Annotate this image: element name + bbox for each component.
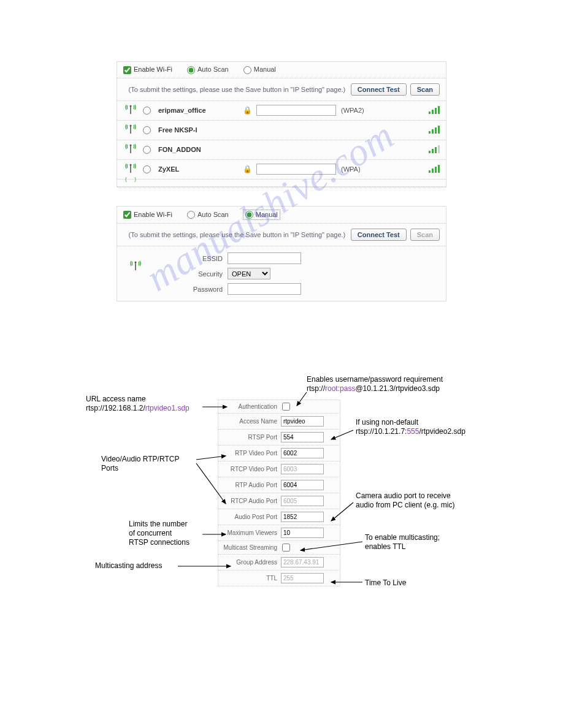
- svg-rect-23: [438, 165, 440, 173]
- anno-text: enables TTL: [365, 542, 440, 552]
- rtsp-section: Authentication Access Name RTSP Port RTP…: [0, 351, 563, 669]
- mode-manual-radio[interactable]: Manual: [243, 210, 280, 220]
- multicast-checkbox[interactable]: [282, 544, 290, 552]
- wifi-antenna-icon: [123, 162, 138, 176]
- svg-rect-10: [435, 127, 437, 134]
- anno-text: rtsp://192.168.1.2/: [86, 404, 145, 412]
- multicast-label: Multicast Streaming: [222, 544, 281, 551]
- svg-rect-20: [429, 170, 431, 173]
- anno-audio-port: Camera audio port to receive audio from …: [356, 491, 454, 510]
- svg-rect-22: [435, 167, 437, 173]
- anno-enable-userpass: Enables username/password requirement rt…: [307, 375, 443, 393]
- svg-rect-2: [429, 112, 431, 114]
- max-viewers-label: Maximum Viewers: [222, 529, 281, 536]
- mode-manual-radio[interactable]: Manual: [243, 66, 276, 74]
- wifi-row[interactable]: Free NKSP-I: [117, 121, 446, 140]
- rtcp-audio-input[interactable]: [281, 496, 324, 506]
- wifi-auto-panel: Enable Wi-Fi Auto Scan Manual (To submit…: [117, 61, 446, 188]
- svg-rect-21: [432, 169, 434, 173]
- wifi-ssid-label: ZyXEL: [158, 165, 238, 173]
- rtp-video-input[interactable]: [281, 448, 324, 458]
- signal-bars-icon: [429, 105, 440, 115]
- anno-text: Ports: [101, 464, 179, 473]
- max-viewers-input[interactable]: [281, 528, 324, 538]
- mode-manual-label: Manual: [256, 211, 278, 218]
- anno-text: @10.1.21.3/rtpvideo3.sdp: [355, 384, 440, 393]
- connect-test-button[interactable]: Connect Test: [351, 83, 407, 96]
- rtcp-video-input[interactable]: [281, 464, 324, 474]
- anno-text: rtsp://: [307, 384, 325, 393]
- anno-text: Camera audio port to receive: [356, 491, 454, 501]
- rtcp-video-label: RTCP Video Port: [222, 466, 281, 472]
- wifi-select-radio[interactable]: [143, 126, 151, 134]
- audio-post-input[interactable]: [281, 512, 324, 522]
- wifi-enc-label: (WPA): [341, 165, 361, 173]
- lock-icon: 🔒: [243, 106, 251, 115]
- access-name-input[interactable]: [281, 416, 324, 427]
- svg-point-13: [129, 144, 131, 146]
- wifi-auto-toprow: Enable Wi-Fi Auto Scan Manual: [117, 62, 446, 78]
- wifi-row[interactable]: FON_ADDON: [117, 140, 446, 160]
- anno-text: RTSP connections: [129, 538, 190, 547]
- anno-ports: Video/Audio RTP/RTCP Ports: [101, 455, 179, 473]
- enable-wifi-check[interactable]: Enable Wi-Fi: [123, 66, 172, 74]
- scan-button[interactable]: Scan: [410, 83, 440, 96]
- svg-rect-17: [438, 145, 440, 153]
- mode-auto-label: Auto Scan: [197, 66, 229, 73]
- password-label: Password: [167, 286, 223, 293]
- anno-limits: Limits the number of concurrent RTSP con…: [129, 520, 190, 547]
- security-select[interactable]: OPEN: [228, 268, 270, 279]
- wifi-ssid-label: Free NKSP-I: [158, 126, 238, 134]
- svg-point-7: [129, 124, 131, 126]
- auth-label: Authentication: [222, 403, 281, 410]
- essid-label: ESSID: [167, 255, 223, 262]
- ttl-label: TTL: [222, 575, 281, 582]
- wifi-manual-toprow: Enable Wi-Fi Auto Scan Manual: [117, 207, 446, 224]
- wifi-row[interactable]: eripmav_office 🔒 (WPA2): [117, 101, 446, 121]
- auth-checkbox[interactable]: [282, 403, 290, 411]
- password-input[interactable]: [228, 283, 301, 295]
- svg-rect-14: [429, 151, 431, 153]
- svg-rect-3: [432, 110, 434, 114]
- svg-rect-9: [432, 129, 434, 134]
- essid-input[interactable]: [228, 252, 301, 264]
- wifi-password-input[interactable]: [256, 105, 336, 116]
- wifi-antenna-icon: [123, 104, 138, 117]
- mode-auto-label: Auto Scan: [197, 211, 229, 218]
- anno-text: To enable multicasting;: [365, 533, 440, 542]
- enable-wifi-check[interactable]: Enable Wi-Fi: [123, 211, 172, 219]
- anno-non-default: If using non-default rtsp://10.1.21.7:55…: [356, 418, 465, 436]
- anno-text: rtsp://10.1.21.7:: [356, 427, 407, 436]
- rtcp-audio-label: RTCP Audio Port: [222, 498, 281, 504]
- connect-test-button[interactable]: Connect Test: [351, 229, 407, 241]
- wifi-manual-hintrow: (To submit the settings, please use the …: [117, 224, 446, 246]
- anno-text: Multicasting address: [95, 561, 162, 570]
- lock-icon: 🔒: [243, 165, 251, 173]
- mode-auto-radio[interactable]: Auto Scan: [187, 66, 229, 74]
- anno-text: If using non-default: [356, 418, 465, 427]
- mode-auto-radio[interactable]: Auto Scan: [187, 211, 229, 219]
- svg-rect-15: [432, 149, 434, 153]
- rtsp-settings-table: Authentication Access Name RTSP Port RTP…: [218, 400, 340, 586]
- wifi-select-radio[interactable]: [143, 146, 151, 154]
- security-label: Security: [167, 270, 223, 278]
- wifi-manual-panel: Enable Wi-Fi Auto Scan Manual (To submit…: [117, 206, 446, 302]
- anno-text: 555: [407, 427, 419, 436]
- anno-multicast: To enable multicasting; enables TTL: [365, 533, 440, 552]
- rtp-audio-input[interactable]: [281, 480, 324, 490]
- wifi-antenna-icon: [123, 123, 138, 137]
- group-addr-input[interactable]: [281, 557, 324, 567]
- ttl-input[interactable]: [281, 573, 324, 583]
- manual-wifi-form: ESSID Security OPEN Password: [117, 246, 446, 301]
- wifi-select-radio[interactable]: [143, 107, 151, 115]
- svg-rect-8: [429, 131, 431, 134]
- wifi-select-radio[interactable]: [143, 165, 151, 173]
- wifi-password-input[interactable]: [256, 164, 336, 175]
- svg-rect-11: [438, 126, 440, 134]
- wifi-row[interactable]: ZyXEL 🔒 (WPA): [117, 160, 446, 180]
- wifi-ssid-label: FON_ADDON: [158, 146, 238, 153]
- signal-bars-icon: [429, 125, 440, 135]
- svg-rect-5: [438, 106, 440, 114]
- rtsp-port-input[interactable]: [281, 432, 324, 442]
- signal-bars-icon: [429, 164, 440, 174]
